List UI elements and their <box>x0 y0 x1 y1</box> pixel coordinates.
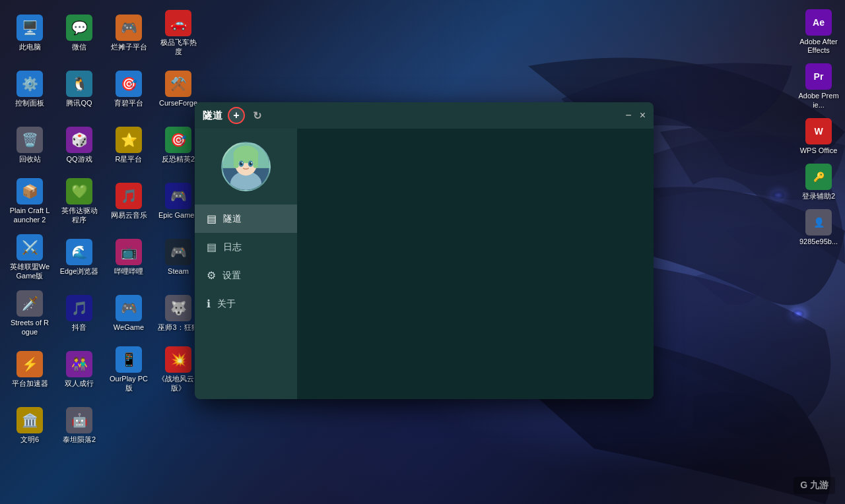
icon-image-civilization6: 🏛️ <box>17 407 43 433</box>
icon-label-bilibili: 哔哩哔哩 <box>114 267 143 276</box>
right-icon-adobe-ae[interactable]: AeAdobe After Effects <box>795 7 842 57</box>
icon-image-co-op: 👫 <box>66 351 92 377</box>
desktop-icon-recycle-bin[interactable]: 🗑️回收站 <box>7 119 53 172</box>
icon-label-streets-rogue: Streets of Rogue <box>9 319 50 336</box>
icon-image-edge: 🌊 <box>66 239 92 265</box>
user-avatar <box>221 142 271 191</box>
nav-item-tunnel[interactable]: ▤隧道 <box>195 205 297 233</box>
icon-image-hero-league: ⚔️ <box>17 234 43 261</box>
desktop-icon-douyin[interactable]: 🎵抖音 <box>56 287 102 340</box>
close-button[interactable]: × <box>640 110 646 121</box>
icon-image-ourplay: 📱 <box>116 346 142 373</box>
nav-icon-about: ℹ <box>207 298 211 310</box>
desktop-icon-wechat[interactable]: 💬微信 <box>56 7 102 59</box>
desktop-icon-netease-music[interactable]: 🎵网易云音乐 <box>106 175 152 228</box>
icon-label-ourplay: OurPlay PC版 <box>108 375 149 392</box>
icon-label-youth-platform: 育碧平台 <box>114 99 143 108</box>
right-icon-adobe-pr[interactable]: PrAdobe Premie... <box>795 61 842 111</box>
icon-image-this-pc: 🖥️ <box>17 15 43 41</box>
nav-label-log: 日志 <box>223 241 242 253</box>
desktop-icon-wegame[interactable]: 🎮WeGame <box>106 287 152 340</box>
icon-image-nvidia: 💚 <box>66 178 92 205</box>
right-icon-wps[interactable]: WWPS Office <box>797 115 840 158</box>
svg-point-12 <box>242 162 243 164</box>
window-title-area: 隧道 + ↻ <box>203 107 625 124</box>
desktop-icon-tencent-qq[interactable]: 🐧腾讯QQ <box>56 63 102 115</box>
add-tunnel-button[interactable]: + <box>228 107 245 124</box>
icon-image-rstar-platform: ⭐ <box>116 127 142 153</box>
icon-image-tencent-qq: 🐧 <box>66 71 92 97</box>
window-title-text: 隧道 <box>203 110 222 122</box>
desktop-icon-this-pc[interactable]: 🖥️此电脑 <box>7 7 53 59</box>
icon-label-co-op: 双人成行 <box>65 379 94 388</box>
desktop-icon-ourplay[interactable]: 📱OurPlay PC版 <box>106 343 152 396</box>
desktop-icon-control-panel[interactable]: ⚙️控制面板 <box>7 63 53 115</box>
right-icon-label-user-avatar: 9285e95b... <box>799 237 838 246</box>
nav-item-settings[interactable]: ⚙设置 <box>195 261 297 290</box>
nav-label-settings: 设置 <box>222 270 241 282</box>
icon-image-control-panel: ⚙️ <box>17 71 43 97</box>
right-icon-login-help[interactable]: 🔑登录辅助2 <box>799 161 838 203</box>
svg-rect-6 <box>234 154 239 168</box>
icon-label-wegame: WeGame <box>114 323 144 332</box>
svg-rect-7 <box>253 154 258 168</box>
nav-item-about[interactable]: ℹ关于 <box>195 290 297 318</box>
refresh-button[interactable]: ↻ <box>253 110 261 122</box>
desktop-icon-qq-games[interactable]: 🎲QQ游戏 <box>56 119 102 172</box>
nav-item-log[interactable]: ▤日志 <box>195 233 297 261</box>
nav-icon-tunnel: ▤ <box>207 212 217 225</box>
icon-label-witcher3: 巫师3：狂猎 <box>158 323 198 332</box>
icon-image-plain-craft: 📦 <box>17 178 43 205</box>
right-icon-image-adobe-pr: Pr <box>805 63 832 90</box>
right-icon-image-login-help: 🔑 <box>805 164 832 190</box>
icon-image-game-platform: 🎮 <box>116 15 142 41</box>
desktop-icon-bilibili[interactable]: 📺哔哩哔哩 <box>106 231 152 284</box>
icon-image-wechat: 💬 <box>66 15 92 41</box>
icon-label-qq-games: QQ游戏 <box>66 155 92 164</box>
icon-label-hero-league: 英雄联盟WeGame版 <box>9 263 50 280</box>
minimize-button[interactable]: − <box>625 110 631 121</box>
watermark: G 九游 <box>794 477 835 494</box>
right-icon-label-login-help: 登录辅助2 <box>802 192 835 201</box>
icon-image-sekiro: 🤖 <box>66 407 92 433</box>
desktop-icon-rstar-platform[interactable]: ⭐R星平台 <box>106 119 152 172</box>
desktop-icon-extreme-car[interactable]: 🚗极品飞车热度 <box>155 7 201 59</box>
icon-label-control-panel: 控制面板 <box>15 99 44 108</box>
right-icon-label-wps: WPS Office <box>800 146 838 155</box>
icon-image-qq-games: 🎲 <box>66 127 92 153</box>
right-icon-image-wps: W <box>805 118 832 144</box>
desktop-icon-co-op[interactable]: 👫双人成行 <box>56 343 102 396</box>
desktop-icon-streets-rogue[interactable]: 🗡️Streets of Rogue <box>7 287 53 340</box>
icon-label-nvidia: 英伟达驱动程序 <box>59 206 100 224</box>
icon-label-game-platform: 烂摊子平台 <box>111 43 147 51</box>
desktop-icon-platform-accelerator[interactable]: ⚡平台加速器 <box>7 343 53 396</box>
desktop-icon-youth-platform[interactable]: 🎯育碧平台 <box>106 63 152 115</box>
desktop-icon-hero-league[interactable]: ⚔️英雄联盟WeGame版 <box>7 231 53 284</box>
icon-label-epic-games: Epic Games <box>158 211 198 220</box>
avatar-image <box>222 143 269 190</box>
icon-image-recycle-bin: 🗑️ <box>17 127 43 153</box>
desktop-icon-sekiro[interactable]: 🤖泰坦陨落2 <box>56 399 102 452</box>
svg-point-13 <box>251 162 252 164</box>
app-sidebar: ▤隧道▤日志⚙设置ℹ关于 <box>195 129 297 399</box>
icon-label-extreme-car: 极品飞车热度 <box>158 38 199 55</box>
desktop-icon-plain-craft[interactable]: 📦Plain Craft Launcher 2 <box>7 175 53 228</box>
desktop-icon-game-platform[interactable]: 🎮烂摊子平台 <box>106 7 152 59</box>
desktop-icon-civilization6[interactable]: 🏛️文明6 <box>7 399 53 452</box>
icon-label-plain-craft: Plain Craft Launcher 2 <box>9 206 50 224</box>
desktop-icon-nvidia[interactable]: 💚英伟达驱动程序 <box>56 175 102 228</box>
desktop-icon-edge[interactable]: 🌊Edge浏览器 <box>56 231 102 284</box>
icon-label-douyin: 抖音 <box>72 323 86 332</box>
icon-image-wegame: 🎮 <box>116 295 142 321</box>
right-icon-user-avatar[interactable]: 👤9285e95b... <box>797 206 840 249</box>
icon-label-steam: Steam <box>168 267 189 276</box>
icon-label-this-pc: 此电脑 <box>19 43 41 51</box>
desktop-icon-grid: 🖥️此电脑💬微信🎮烂摊子平台🚗极品飞车热度⚙️控制面板🐧腾讯QQ🎯育碧平台⚒️C… <box>0 0 205 504</box>
icon-label-war-cloud: 《战地风云5版》 <box>158 375 199 392</box>
icon-label-rstar-platform: R星平台 <box>116 155 143 164</box>
right-icon-label-adobe-ae: Adobe After Effects <box>798 38 839 55</box>
right-icon-image-adobe-ae: Ae <box>805 9 832 36</box>
right-icon-area: AeAdobe After EffectsPrAdobe Premie...WW… <box>792 0 845 255</box>
icon-label-netease-music: 网易云音乐 <box>111 211 147 220</box>
icon-label-platform-accelerator: 平台加速器 <box>12 379 48 388</box>
